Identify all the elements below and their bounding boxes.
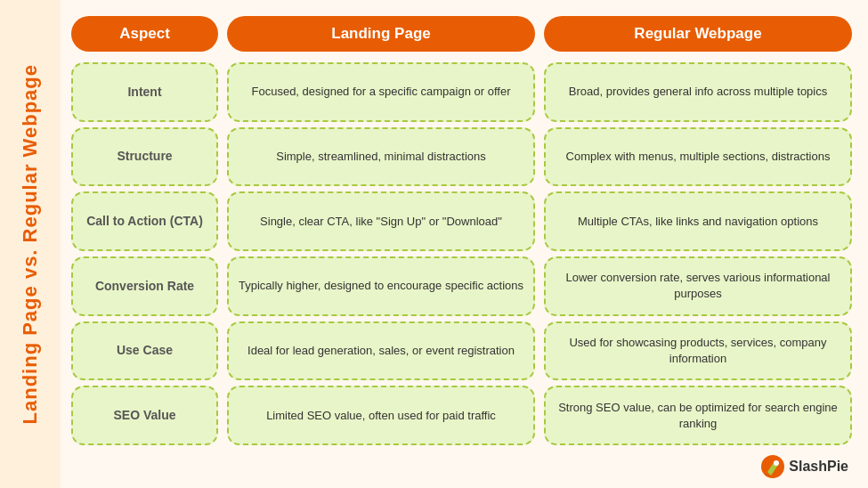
header-regular: Regular Webpage (544, 16, 852, 52)
cell-aspect: Use Case (71, 321, 218, 381)
table-row: StructureSimple, streamlined, minimal di… (71, 127, 852, 187)
cell-regular: Strong SEO value, can be optimized for s… (544, 386, 852, 445)
cell-landing: Ideal for lead generation, sales, or eve… (227, 321, 535, 381)
header-aspect: Aspect (71, 16, 218, 52)
cell-regular: Multiple CTAs, like links and navigation… (544, 191, 852, 251)
data-rows: IntentFocused, designed for a specific c… (71, 62, 852, 445)
logo: SlashPie (760, 454, 848, 479)
cell-regular: Used for showcasing products, services, … (544, 321, 852, 381)
cell-aspect: Conversion Rate (71, 256, 218, 316)
cell-landing: Focused, designed for a specific campaig… (227, 62, 535, 122)
cell-regular: Complex with menus, multiple sections, d… (544, 127, 852, 187)
sidebar-label: Landing Page vs. Regular Webpage (19, 64, 42, 424)
cell-aspect: Call to Action (CTA) (71, 191, 218, 251)
sidebar: Landing Page vs. Regular Webpage (0, 0, 61, 488)
cell-landing: Single, clear CTA, like "Sign Up" or "Do… (227, 191, 535, 251)
footer: SlashPie (71, 452, 852, 479)
cell-aspect: SEO Value (71, 386, 218, 445)
logo-text: SlashPie (789, 459, 848, 475)
cell-regular: Broad, provides general info across mult… (544, 62, 852, 122)
table-row: SEO ValueLimited SEO value, often used f… (71, 386, 852, 445)
table-row: IntentFocused, designed for a specific c… (71, 62, 852, 122)
table-row: Call to Action (CTA)Single, clear CTA, l… (71, 191, 852, 251)
svg-point-1 (774, 460, 779, 466)
header-row: Aspect Landing Page Regular Webpage (71, 16, 852, 52)
cell-aspect: Structure (71, 127, 218, 187)
main-content: Aspect Landing Page Regular Webpage Inte… (61, 0, 868, 488)
cell-landing: Simple, streamlined, minimal distraction… (227, 127, 535, 187)
header-landing: Landing Page (227, 16, 535, 52)
cell-regular: Lower conversion rate, serves various in… (544, 256, 852, 316)
cell-landing: Limited SEO value, often used for paid t… (227, 386, 535, 445)
slashpie-icon (760, 454, 785, 479)
table-row: Use CaseIdeal for lead generation, sales… (71, 321, 852, 381)
table-row: Conversion RateTypically higher, designe… (71, 256, 852, 316)
cell-landing: Typically higher, designed to encourage … (227, 256, 535, 316)
cell-aspect: Intent (71, 62, 218, 122)
